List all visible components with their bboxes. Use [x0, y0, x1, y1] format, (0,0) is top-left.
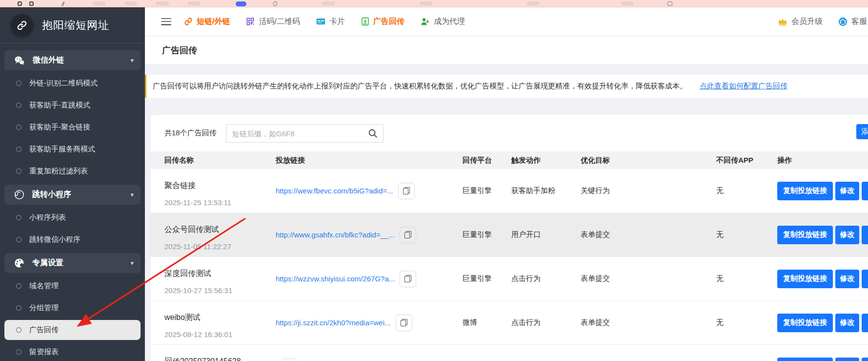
customer-service-label: 客服 [851, 17, 867, 27]
sidebar-item-label: 域名管理 [29, 281, 59, 291]
sidebar-item-duplicate-fan-filter[interactable]: 重复加粉过滤列表 [0, 160, 145, 182]
add-callback-button[interactable]: 添 [856, 124, 868, 139]
sidebar-item-lead-report[interactable]: 留资报表 [0, 341, 145, 361]
edit-button[interactable]: 修改 [835, 182, 859, 200]
sidebar: 抱阳缩短网址 微信外链 ▾ 外链-识别二维码模式 [0, 7, 145, 361]
col-header-link: 投放链接 [276, 156, 463, 165]
bullet-dot-icon [16, 237, 21, 242]
customer-service[interactable]: 客服 [838, 17, 867, 27]
sidebar-item-group-management[interactable]: 分组管理 [0, 297, 145, 319]
sidebar-section-wechat-links[interactable]: 微信外链 ▾ [4, 50, 141, 70]
copy-delivery-link-button[interactable]: 复制投放链接 [777, 226, 833, 244]
edit-button[interactable]: 修改 [835, 358, 859, 361]
crown-icon [778, 18, 787, 26]
sidebar-item-external-link-qr-mode[interactable]: 外链-识别二维码模式 [0, 72, 145, 94]
browser-chrome-fragment [236, 1, 246, 6]
cell-actions: 复制投放链接 修改 删 [777, 226, 868, 244]
copy-link-button[interactable] [398, 183, 415, 199]
sidebar-section-label: 跳转小程序 [32, 190, 130, 200]
cell-link: https://wzzvw.shiyisui.com/267G?a... [276, 271, 463, 287]
nav-live-qr-codes[interactable]: 活码/二维码 [246, 17, 300, 27]
chevron-down-icon: ▾ [130, 191, 134, 198]
delivery-link[interactable]: https://wew.fbevc.com/b5iG?adid=... [276, 187, 393, 195]
browser-chrome-fragment [93, 1, 105, 5]
chevron-down-icon: ▾ [130, 259, 134, 267]
member-upgrade[interactable]: 会员升级 [778, 17, 823, 27]
copy-link-button[interactable] [281, 359, 297, 361]
sidebar-item-label: 小程序列表 [29, 213, 66, 222]
sidebar-item-miniprogram-list[interactable]: 小程序列表 [0, 207, 145, 229]
cell-no-app: 无 [716, 186, 777, 195]
nav-cards[interactable]: 卡片 [316, 17, 345, 27]
sidebar-item-label: 跳转微信小程序 [29, 235, 81, 244]
copy-link-button[interactable] [400, 271, 416, 287]
nav-short-links[interactable]: 短链/外链 [184, 17, 230, 27]
sidebar-section-exclusive-settings[interactable]: 专属设置 ▾ [4, 253, 141, 273]
nav-ad-callback[interactable]: 广告回传 [361, 17, 404, 27]
edit-button[interactable]: 修改 [835, 270, 859, 288]
copy-delivery-link-button[interactable]: 复制投放链接 [777, 182, 833, 200]
logo-link-icon [11, 14, 33, 37]
bullet-dot-icon [16, 305, 21, 311]
search-input[interactable] [226, 124, 363, 143]
bullet-dot-icon [16, 283, 21, 289]
delete-button[interactable]: 删 [862, 270, 868, 288]
copy-link-button[interactable] [400, 227, 416, 243]
search-button[interactable] [362, 124, 384, 143]
banner-config-help-link[interactable]: 点此查看如何配置广告回传 [700, 82, 787, 91]
member-upgrade-label: 会员升级 [791, 17, 823, 27]
cell-name: 聚合链接 2025-11-25 13:53:11 [164, 169, 276, 207]
sidebar-item-ad-callback[interactable]: 广告回传 [4, 320, 141, 340]
sidebar-item-label: 获客助手-聚合链接 [29, 123, 90, 132]
delete-button[interactable]: 删 [862, 314, 868, 332]
edit-button[interactable]: 修改 [835, 314, 859, 332]
browser-chrome-fragment [18, 1, 22, 6]
hamburger-menu-icon[interactable] [161, 18, 171, 25]
cell-link: http://www.gsahfx.cn/bfkc?adid=__... [276, 227, 463, 243]
sidebar-item-assistant-direct-jump[interactable]: 获客助手-直跳模式 [0, 94, 145, 116]
sidebar-item-assistant-service-provider[interactable]: 获客助手服务商模式 [0, 138, 145, 160]
topbar-right: 会员升级 客服 [778, 17, 868, 27]
sidebar-item-label: 分组管理 [29, 303, 59, 313]
callback-date: 2025-11-05 11:22:27 [164, 242, 276, 251]
delivery-link[interactable]: https://ji.szzit.cn/2kh0?media=wei... [276, 319, 391, 327]
copy-delivery-link-button[interactable]: 复制投放链接 [777, 270, 833, 288]
copy-icon [404, 275, 411, 282]
copy-delivery-link-button[interactable]: 复制投放链接 [777, 314, 833, 332]
cell-no-app: 无 [716, 274, 777, 283]
col-header-actions: 操作 [777, 156, 868, 165]
sidebar-item-jump-wechat-miniprogram[interactable]: 跳转微信小程序 [0, 229, 145, 251]
copy-icon [403, 187, 410, 194]
delete-button[interactable]: 删 [862, 226, 868, 244]
delete-button[interactable]: 删 [862, 358, 868, 361]
callback-count: 共18个广告回传 [164, 128, 217, 138]
cell-name: 公众号回传测试 2025-11-05 11:22:27 [164, 213, 276, 251]
bullet-dot-icon [16, 125, 21, 130]
cell-goal: 表单提交 [581, 230, 716, 239]
sidebar-item-domain-management[interactable]: 域名管理 [0, 275, 145, 297]
copy-icon [401, 319, 407, 326]
sidebar-item-label: 重复加粉过滤列表 [29, 167, 88, 176]
sidebar-item-label: 获客助手服务商模式 [29, 145, 95, 154]
cell-actions: 复制投放链接 修改 删 [777, 270, 868, 288]
copy-link-button[interactable] [396, 315, 412, 331]
edit-button[interactable]: 修改 [835, 226, 859, 244]
delivery-link[interactable]: https://wzzvw.shiyisui.com/267G?a... [276, 275, 395, 283]
cell-link [276, 359, 463, 361]
sidebar-item-assistant-aggregate-link[interactable]: 获客助手-聚合链接 [0, 116, 145, 138]
sidebar-section-jump-miniprogram[interactable]: 跳转小程序 ▾ [4, 185, 141, 205]
callback-name: 回传20250730145628 [164, 357, 276, 361]
browser-chrome-fragment [667, 1, 672, 6]
delivery-link[interactable]: http://www.gsahfx.cn/bfkc?adid=__... [276, 231, 395, 239]
cell-trigger: 用户开口 [511, 230, 581, 239]
bullet-dot-icon [16, 349, 21, 355]
cell-actions: 复制投放链接 修改 删 [777, 358, 868, 361]
chevron-down-icon: ▾ [130, 57, 134, 64]
top-navbar: 短链/外链 活码/二维码 卡片 广告回传 [145, 7, 868, 36]
nav-become-agent[interactable]: 成为代理 [421, 17, 465, 27]
info-banner: 广告回传可以将用户访问跳转外链产生的转化动作上报到对应的广告平台，快速积累转化数… [144, 75, 868, 98]
table-header-row: 回传名称 投放链接 回传平台 触发动作 优化目标 不回传APP 操作 [150, 151, 868, 169]
copy-delivery-link-button[interactable]: 复制投放链接 [777, 358, 833, 361]
delete-button[interactable]: 删 [862, 182, 868, 200]
wechat-icon [14, 56, 25, 65]
